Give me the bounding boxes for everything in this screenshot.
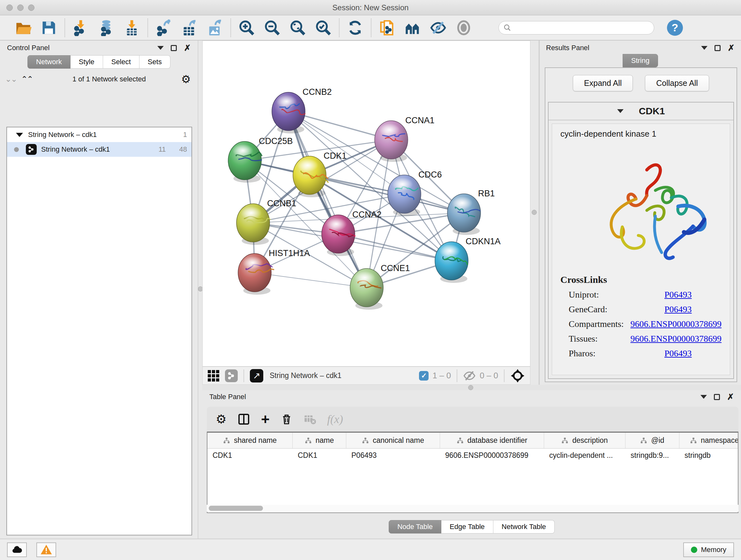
crosslink-link[interactable]: 9606.ENSP00000378699: [630, 334, 722, 344]
table-horizontal-scrollbar[interactable]: [207, 505, 738, 512]
tab-style[interactable]: Style: [71, 55, 103, 69]
zoom-in-button[interactable]: [238, 18, 256, 37]
network-node-CCNB1[interactable]: CCNB1: [237, 199, 296, 245]
export-image-button[interactable]: [205, 18, 224, 37]
column-header-canonical-name[interactable]: canonical name: [346, 433, 440, 448]
import-network-icon: [72, 19, 89, 36]
memory-button[interactable]: Memory: [683, 543, 734, 557]
network-search-box[interactable]: [498, 21, 654, 35]
control-panel-maximize-icon[interactable]: [171, 45, 177, 51]
results-panel-maximize-icon[interactable]: [715, 45, 721, 51]
zoom-fit-button[interactable]: [288, 18, 307, 37]
save-session-button[interactable]: [40, 18, 58, 37]
import-network-database-button[interactable]: [97, 18, 116, 37]
zoom-out-button[interactable]: [263, 18, 281, 37]
birds-eye-crosshair-icon[interactable]: [510, 368, 525, 383]
collection-label: String Network – cdk1: [28, 131, 97, 139]
memory-status-dot: [691, 547, 697, 553]
protein-collapse-triangle-icon[interactable]: [617, 109, 623, 113]
column-header-shared-name[interactable]: shared name: [207, 433, 293, 448]
first-neighbors-button[interactable]: [403, 18, 422, 37]
network-node-RB1[interactable]: RB1: [448, 189, 495, 235]
control-panel-close-icon[interactable]: ✗: [184, 44, 191, 52]
open-session-button[interactable]: [14, 18, 32, 37]
network-edge[interactable]: [255, 273, 367, 288]
network-canvas[interactable]: CDK1CCNB1CCNB2CCNA1CCNA2CCNE1CDC6CDC25BR…: [202, 41, 530, 367]
bottom-splitter-handle[interactable]: [468, 385, 473, 390]
export-table-button[interactable]: [180, 18, 199, 37]
show-all-button[interactable]: [455, 18, 473, 37]
control-panel-float-icon[interactable]: [157, 46, 164, 50]
node-label: CDK1: [324, 151, 347, 161]
table-panel-close-icon[interactable]: ✗: [727, 393, 734, 401]
apply-layout-button[interactable]: [346, 18, 364, 37]
tab-edge-table[interactable]: Edge Table: [441, 520, 493, 534]
network-node-CCNB2[interactable]: CCNB2: [272, 87, 332, 133]
network-node-CCNE1[interactable]: CCNE1: [350, 263, 410, 310]
export-network-button[interactable]: [154, 18, 173, 37]
clone-network-button[interactable]: [378, 18, 396, 37]
tab-network-table[interactable]: Network Table: [493, 520, 555, 534]
help-button[interactable]: ?: [667, 20, 683, 36]
collection-expand-triangle-icon[interactable]: [16, 133, 23, 137]
network-edge[interactable]: [338, 234, 452, 261]
selected-nodes-checkbox[interactable]: ✓: [419, 371, 428, 381]
cloud-status-button[interactable]: [7, 543, 27, 557]
protein-card-header[interactable]: CDK1: [549, 103, 733, 120]
tab-select[interactable]: Select: [103, 55, 139, 69]
collapse-all-networks-icon[interactable]: ⌃⌃: [21, 75, 32, 84]
right-splitter-handle[interactable]: [532, 210, 537, 215]
network-node-CDC6[interactable]: CDC6: [388, 170, 442, 216]
search-input[interactable]: [512, 23, 650, 32]
table-row[interactable]: CDK1CDK1P064939606.ENSP00000378699cyclin…: [207, 449, 738, 463]
column-header-name[interactable]: name: [293, 433, 346, 448]
network-options-gear-icon[interactable]: ⚙: [181, 74, 191, 84]
show-columns-icon[interactable]: [238, 413, 250, 426]
column-header-namespace[interactable]: namespace: [679, 433, 738, 448]
grid-view-icon[interactable]: [208, 370, 219, 381]
network-node-CDC25B[interactable]: CDC25B: [228, 136, 293, 183]
crosslink-link[interactable]: P06493: [664, 348, 692, 359]
detach-view-icon[interactable]: ↗: [250, 369, 263, 382]
current-network-name: String Network – cdk1: [270, 371, 341, 380]
node-table[interactable]: shared namenamecanonical namedatabase id…: [207, 432, 738, 513]
crosslink-link[interactable]: P06493: [664, 290, 692, 300]
results-panel-float-icon[interactable]: [701, 46, 708, 50]
table-panel-float-icon[interactable]: [700, 395, 707, 399]
crosslink-link[interactable]: 9606.ENSP00000378699: [630, 319, 722, 329]
import-table-file-button[interactable]: [123, 18, 141, 37]
hidden-counts: 0 – 0: [480, 371, 498, 381]
results-panel-close-icon[interactable]: ✗: [728, 44, 735, 52]
network-node-CCNA2[interactable]: CCNA2: [322, 210, 382, 256]
delete-column-trash-icon[interactable]: [280, 413, 293, 425]
network-edge[interactable]: [288, 111, 367, 288]
table-settings-gear-icon[interactable]: ⚙: [216, 412, 226, 426]
tab-node-table[interactable]: Node Table: [389, 520, 441, 534]
crosslink-link[interactable]: P06493: [664, 304, 692, 314]
table-panel-maximize-icon[interactable]: [714, 394, 720, 400]
expand-all-button[interactable]: Expand All: [573, 75, 633, 91]
column-header-database-identifier[interactable]: database identifier: [440, 433, 544, 448]
expand-all-networks-icon[interactable]: ⌄⌄: [5, 75, 17, 84]
network-row[interactable]: String Network – cdk1 11 48: [7, 142, 192, 157]
network-collection-row[interactable]: String Network – cdk1 1: [7, 127, 192, 142]
export-image-icon: [206, 19, 223, 36]
hide-selected-button[interactable]: [429, 18, 448, 37]
network-node-HIST1H1A[interactable]: HIST1H1A: [238, 248, 310, 295]
column-header--id[interactable]: @id: [625, 433, 679, 448]
tab-string[interactable]: String: [623, 54, 658, 67]
column-header-description[interactable]: description: [544, 433, 625, 448]
scrollbar-thumb[interactable]: [209, 506, 263, 511]
network-share-icon[interactable]: [225, 369, 238, 382]
add-column-icon[interactable]: +: [261, 411, 270, 428]
zoom-selected-button[interactable]: [314, 18, 333, 37]
collapse-all-button[interactable]: Collapse All: [645, 75, 709, 91]
tab-network[interactable]: Network: [27, 55, 71, 69]
tab-sets[interactable]: Sets: [139, 55, 171, 69]
network-node-CDK1[interactable]: CDK1: [293, 151, 347, 197]
import-network-file-button[interactable]: [71, 18, 90, 37]
network-node-CDKN1A[interactable]: CDKN1A: [435, 237, 501, 283]
delete-table-icon: [304, 413, 316, 426]
warnings-button[interactable]: [37, 543, 56, 557]
network-node-CCNA1[interactable]: CCNA1: [375, 116, 434, 162]
